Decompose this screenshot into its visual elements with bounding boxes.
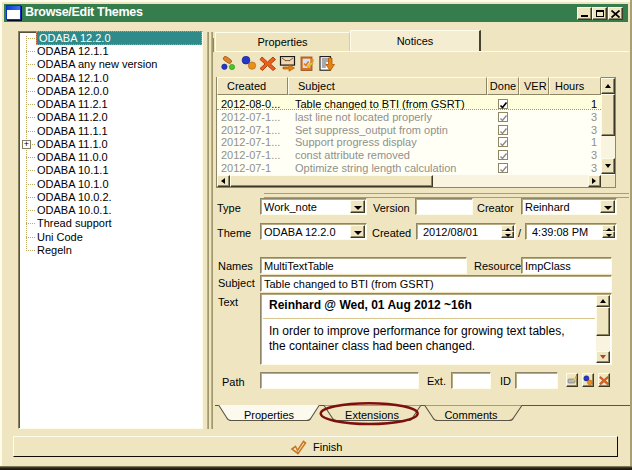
svg-text:Extensions: Extensions — [345, 409, 399, 421]
svg-text:Properties: Properties — [244, 409, 295, 421]
svg-text:Comments: Comments — [444, 409, 498, 421]
